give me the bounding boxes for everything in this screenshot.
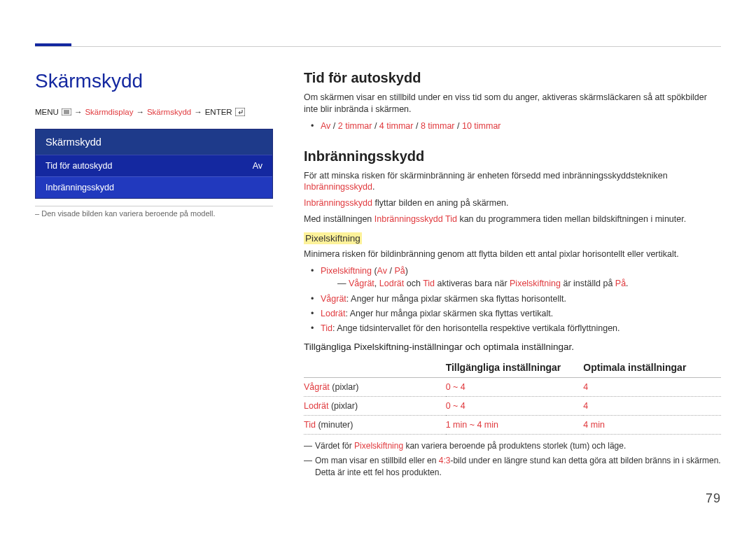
svg-rect-4: [235, 108, 245, 116]
list-item: Lodrät: Anger hur många pixlar skärmen s…: [321, 307, 721, 321]
text: (pixlar): [328, 401, 358, 411]
text: Med inställningen: [304, 214, 374, 224]
table-row: Tid (minuter) 1 min ~ 4 min 4 min: [304, 416, 721, 435]
list-item: Vågrät: Anger hur många pixlar skärmen s…: [321, 293, 721, 306]
table-cell: Vågrät (pixlar): [304, 378, 446, 397]
highlight: Vågrät: [321, 294, 346, 304]
list-item: Pixelskiftning (Av / På) Vågrät, Lodrät …: [321, 265, 721, 290]
highlight: Tid: [423, 279, 435, 288]
table-row: Lodrät (pixlar) 0 ~ 4 4: [304, 397, 721, 416]
option-av: Av: [321, 121, 330, 131]
option-10: 10 timmar: [462, 121, 501, 131]
text: (minuter): [316, 420, 353, 430]
content-columns: Skärmskydd MENU → Skärmdisplay → Skärmsk…: [35, 0, 721, 494]
highlight: 4:3: [439, 456, 451, 465]
table-cell: 4 min: [583, 416, 721, 435]
page-number: 79: [706, 491, 721, 506]
table-cell: 4: [583, 397, 721, 416]
dash-line: Vågrät, Lodrät och Tid aktiveras bara nä…: [337, 278, 721, 290]
options-item: Av / 2 timmar / 4 timmar / 8 timmar / 10…: [321, 120, 721, 133]
section-autoskydd: Tid för autoskydd Om skärmen visar en st…: [304, 70, 721, 133]
subsection-pixelskiftning: Pixelskiftning Minimera risken för bildi…: [304, 230, 721, 479]
text: kan variera beroende på produktens storl…: [403, 441, 626, 451]
panel-note: – Den visade bilden kan variera beroende…: [35, 206, 273, 218]
table-header: Optimala inställningar: [583, 358, 721, 378]
option-2: 2 timmar: [338, 121, 372, 131]
highlight: Av: [377, 266, 387, 276]
header-rule: [35, 46, 721, 47]
options-list: Av / 2 timmar / 4 timmar / 8 timmar / 10…: [304, 120, 721, 133]
footnote: Om man visar en stillbild eller en 4:3-b…: [304, 455, 721, 479]
breadcrumb-arrow: →: [74, 108, 83, 116]
panel-row-autoskydd[interactable]: Tid för autoskydd Av: [36, 155, 272, 176]
breadcrumb-enter: ENTER: [205, 108, 232, 116]
text: /: [387, 266, 394, 276]
text: aktiveras bara när: [435, 279, 510, 288]
highlight: Inbränningsskydd Tid: [374, 214, 457, 224]
text: ,: [374, 279, 379, 288]
highlight: Pixelskiftning: [321, 266, 372, 276]
highlight: Lodrät: [321, 309, 345, 318]
text: Om man visar en stillbild eller en: [315, 456, 439, 465]
highlight: Inbränningsskydd: [304, 198, 372, 208]
panel-row-value: Av: [253, 161, 262, 171]
menu-icon: [62, 108, 71, 115]
highlight: Lodrät: [379, 279, 404, 288]
section-paragraph: Inbränningsskydd flyttar bilden en aning…: [304, 197, 721, 209]
left-column: Skärmskydd MENU → Skärmdisplay → Skärmsk…: [35, 70, 273, 494]
highlight: Inbränningsskydd: [304, 182, 372, 192]
panel-row-inbranning[interactable]: Inbränningsskydd: [36, 176, 272, 198]
list-item: Tid: Ange tidsintervallet för den horiso…: [321, 322, 721, 335]
table-intro: Tillgängliga Pixelskiftning-inställninga…: [304, 342, 721, 352]
footnote: Värdet för Pixelskiftning kan variera be…: [304, 440, 721, 452]
text: flyttar bilden en aning på skärmen.: [372, 198, 509, 208]
text: : Ange tidsintervallet för den horisonte…: [332, 323, 620, 333]
highlight: På: [615, 279, 626, 288]
menu-panel: Skärmskydd Tid för autoskydd Av Inbränni…: [35, 129, 273, 199]
breadcrumb-menu: MENU: [35, 108, 59, 116]
right-column: Tid för autoskydd Om skärmen visar en st…: [304, 70, 721, 494]
breadcrumb-arrow: →: [194, 108, 202, 116]
text: är inställd på: [561, 279, 615, 288]
table-cell: 0 ~ 4: [446, 397, 584, 416]
table-cell: 4: [583, 378, 721, 397]
highlight: På: [394, 266, 405, 276]
text: och: [404, 279, 423, 288]
option-4: 4 timmar: [379, 121, 414, 131]
table-header: Tillgängliga inställningar: [446, 358, 584, 378]
table-cell: 0 ~ 4: [446, 378, 584, 397]
highlight: Tid: [321, 323, 332, 333]
breadcrumb-arrow: →: [136, 108, 144, 116]
highlight: Vågrät: [304, 382, 330, 392]
highlight: Lodrät: [304, 401, 328, 411]
bullet-list: Pixelskiftning (Av / På) Vågrät, Lodrät …: [304, 265, 721, 335]
section-paragraph: Om skärmen visar en stillbild under en v…: [304, 92, 721, 115]
section-paragraph: Med inställningen Inbränningsskydd Tid k…: [304, 213, 721, 225]
section-paragraph: Minimera risken för bildinbränning genom…: [304, 248, 721, 260]
text: (pixlar): [330, 382, 359, 392]
table-header-row: Tillgängliga inställningar Optimala inst…: [304, 358, 721, 378]
option-8: 8 timmar: [421, 121, 455, 131]
panel-row-label: Inbränningsskydd: [46, 183, 114, 192]
table-cell: 1 min ~ 4 min: [446, 416, 584, 435]
subsection-heading: Pixelskiftning: [304, 232, 362, 244]
text: För att minska risken för skärminbrännin…: [304, 171, 668, 181]
text: : Anger hur många pixlar skärmen ska fly…: [346, 294, 566, 304]
panel-note-prefix: –: [35, 209, 39, 218]
section-paragraph: För att minska risken för skärminbrännin…: [304, 170, 721, 194]
footnotes: Värdet för Pixelskiftning kan variera be…: [304, 440, 721, 478]
panel-title: Skärmskydd: [36, 129, 272, 155]
highlight: Tid: [304, 420, 316, 430]
text: : Anger hur många pixlar skärmen ska fly…: [345, 309, 553, 318]
highlight: Pixelskiftning: [510, 279, 561, 288]
panel-note-text: Den visade bilden kan variera beroende p…: [41, 209, 215, 218]
text: .: [372, 182, 374, 192]
highlight: Pixelskiftning: [354, 441, 403, 451]
table-cell: Tid (minuter): [304, 416, 446, 435]
text: Värdet för: [315, 441, 354, 451]
section-heading: Tid för autoskydd: [304, 70, 721, 86]
table-row: Vågrät (pixlar) 0 ~ 4 4: [304, 378, 721, 397]
breadcrumb-screen: Skärmskydd: [147, 108, 191, 116]
settings-table: Tillgängliga inställningar Optimala inst…: [304, 358, 721, 435]
breadcrumb: MENU → Skärmdisplay → Skärmskydd → ENTER: [35, 108, 273, 116]
